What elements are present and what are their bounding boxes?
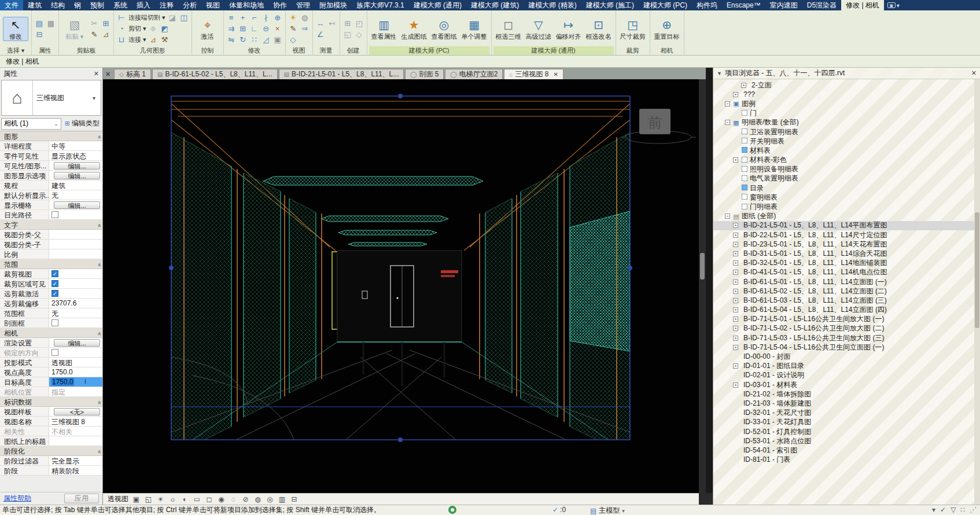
ribbon-panel-label-camera[interactable]: 相机: [652, 46, 682, 55]
ribbon-panel-label-view[interactable]: 视图: [288, 46, 311, 55]
shadows-icon[interactable]: ◐: [180, 495, 189, 503]
property-value[interactable]: 1750.0: [49, 367, 102, 377]
ribbon-tab-室内速图[interactable]: 室内速图: [765, 0, 802, 10]
project-browser-close-icon[interactable]: ✕: [971, 69, 977, 77]
property-value[interactable]: [49, 210, 102, 219]
property-value[interactable]: 1750.0I: [49, 377, 102, 387]
family-types-icon[interactable]: ▦: [46, 19, 56, 28]
tree-item[interactable]: +ID-52-01 - 灯具控制图: [713, 427, 980, 436]
crop-handle-right[interactable]: [628, 266, 632, 270]
view-scale-label[interactable]: 透视图: [108, 494, 128, 504]
ribbon-panel-label-crop[interactable]: 裁剪: [618, 46, 648, 55]
paste-button[interactable]: ▧粘贴 ▾: [62, 17, 87, 41]
tree-item[interactable]: +卫浴装置明细表: [713, 127, 980, 137]
ribbon-panel-label-create[interactable]: 创建: [342, 46, 365, 55]
apply-button[interactable]: 应用: [64, 494, 99, 503]
tree-item[interactable]: +B-ID-32-L5-01 - L5、L8、L11、L14地面铺装图: [713, 259, 980, 268]
property-section[interactable]: 相机»: [0, 328, 102, 338]
collapse-section-icon[interactable]: »: [95, 448, 102, 454]
property-section[interactable]: 标识数据»: [0, 397, 102, 407]
expand-icon[interactable]: +: [733, 345, 738, 350]
ribbon-panel-label-mjdashi-common[interactable]: 建模大师 (通用): [493, 46, 614, 55]
generate-sheet-button[interactable]: ★生成图纸: [400, 17, 428, 41]
expand-icon[interactable]: +: [733, 242, 738, 247]
temporary-hide-icon[interactable]: ◌: [229, 495, 238, 503]
assembly-icon[interactable]: ◱: [343, 30, 352, 39]
locked-3d-icon[interactable]: ◉: [217, 495, 226, 503]
tree-item[interactable]: +B-ID-71-L5-04 - L5-L16公共卫生间立面图 (一): [713, 343, 980, 352]
ribbon-panel-label-properties[interactable]: 属性: [34, 46, 57, 55]
tree-item[interactable]: +B-ID-31-L5-01 - L5、L8、L11、L14综合天花图: [713, 249, 980, 258]
single-adjust-button[interactable]: ▦单个调整: [460, 17, 488, 41]
view-tab[interactable]: ◯剖面 5: [405, 69, 444, 79]
ribbon-tab-文件[interactable]: 文件: [0, 0, 23, 10]
tree-item[interactable]: +B-ID-61-L5-01 - L5、L8、L11、L14立面图 (一): [713, 277, 980, 286]
panel-options-icon[interactable]: ▣▾: [887, 0, 900, 10]
expand-icon[interactable]: +: [733, 251, 738, 256]
view-sheet-button[interactable]: ◎查看图纸: [430, 17, 458, 41]
tree-item[interactable]: +B-ID-61-L5-04 - L5、L8、L11、L14立面图 (四): [713, 306, 980, 315]
editing-requests-badge[interactable]: ✓ :0: [552, 506, 566, 514]
tree-item[interactable]: +B-ID-61-L5-03 - L5、L8、L11、L14立面图 (三): [713, 296, 980, 305]
property-value[interactable]: [49, 348, 102, 357]
tree-item[interactable]: +2-立面: [713, 80, 980, 90]
hammer-icon[interactable]: ⚒: [160, 35, 170, 44]
join-end-cut-icon[interactable]: ⊢: [117, 13, 126, 22]
ribbon-tab-分析[interactable]: 分析: [178, 0, 201, 10]
property-value[interactable]: ✓: [49, 269, 102, 278]
collapse-icon[interactable]: −: [725, 214, 730, 219]
tree-item[interactable]: −▦明细表/数量 (全部): [713, 118, 980, 127]
ribbon-panel-label-clipboard[interactable]: 剪贴板: [61, 46, 112, 55]
tree-item[interactable]: +ID-33-01 - 天花灯具图: [713, 418, 980, 427]
analysis-icon[interactable]: ▥: [278, 495, 286, 503]
expand-icon[interactable]: +: [733, 279, 738, 285]
graphics-icon[interactable]: ✎: [289, 24, 298, 33]
trim-icon[interactable]: ⌐: [250, 13, 259, 22]
align-icon[interactable]: ≡: [227, 13, 236, 22]
3d-scene[interactable]: 前: [103, 79, 699, 493]
ribbon-tab-修改 | 相机[interactable]: 修改 | 相机: [841, 0, 884, 10]
tree-item[interactable]: +材料表-彩色: [713, 156, 980, 165]
property-section[interactable]: 阶段化»: [0, 446, 102, 456]
properties-close-icon[interactable]: ✕: [94, 70, 99, 78]
tree-item[interactable]: +B-ID-71-L5-02 - L5-L16公共卫生间放大图 (二): [713, 324, 980, 333]
property-value[interactable]: [49, 436, 102, 446]
edit-button[interactable]: <无>: [54, 408, 101, 415]
edit-button[interactable]: 编辑...: [54, 162, 101, 170]
property-value[interactable]: 无: [49, 190, 102, 200]
tree-item[interactable]: +B-ID-22-L5-01 - L5、L8、L11、L14尺寸定位图: [713, 230, 980, 240]
tree-item[interactable]: +电气装置明细表: [713, 174, 980, 183]
collapse-section-icon[interactable]: »: [95, 330, 102, 336]
edit-button[interactable]: 编辑...: [54, 172, 101, 179]
expand-icon[interactable]: +: [733, 336, 738, 341]
hide-elements-icon[interactable]: ◍: [300, 13, 310, 22]
paint-brush-icon[interactable]: ⊿: [101, 30, 110, 39]
tree-item[interactable]: +ID-01-01 - 图纸目录: [713, 362, 980, 371]
expand-icon[interactable]: +: [733, 326, 738, 331]
checkbox[interactable]: ✓: [51, 290, 58, 297]
sun-settings-icon[interactable]: ☼: [168, 495, 177, 503]
checkbox[interactable]: ✓: [51, 280, 58, 287]
ribbon-panel-label-geometry[interactable]: 几何图形: [116, 46, 190, 55]
ribbon-tab-附加模块[interactable]: 附加模块: [315, 0, 352, 10]
edit-button[interactable]: 编辑...: [54, 201, 101, 209]
ribbon-panel-label-mjdashi-pc[interactable]: 建模大师 (PC): [369, 46, 489, 55]
tree-item[interactable]: −▣图例: [713, 99, 980, 108]
expand-icon[interactable]: +: [733, 382, 738, 388]
divide-icon[interactable]: ◩: [160, 24, 170, 33]
ribbon-tab-建模大师 (PC)[interactable]: 建模大师 (PC): [639, 0, 692, 10]
design-option-control[interactable]: ▤ 主模型 ▾: [590, 506, 625, 515]
worksharing-display-icon[interactable]: ⊟: [290, 495, 299, 503]
property-value[interactable]: ✓: [49, 289, 102, 298]
sun-path-off-icon[interactable]: ☀: [156, 495, 165, 503]
property-value[interactable]: 编辑...: [49, 338, 102, 347]
rotate-icon[interactable]: ↻: [238, 35, 248, 44]
expand-icon[interactable]: +: [733, 363, 738, 369]
collapse-section-icon[interactable]: »: [95, 261, 102, 267]
property-value[interactable]: 透视图: [49, 358, 102, 367]
property-section[interactable]: 文字»: [0, 220, 102, 230]
wall-joins-icon[interactable]: ≑: [149, 24, 158, 33]
pin-icon[interactable]: ▼: [717, 71, 722, 76]
filter-dropdown-icon[interactable]: ▾: [932, 506, 935, 514]
cut-geometry-icon[interactable]: ◔: [117, 24, 126, 33]
